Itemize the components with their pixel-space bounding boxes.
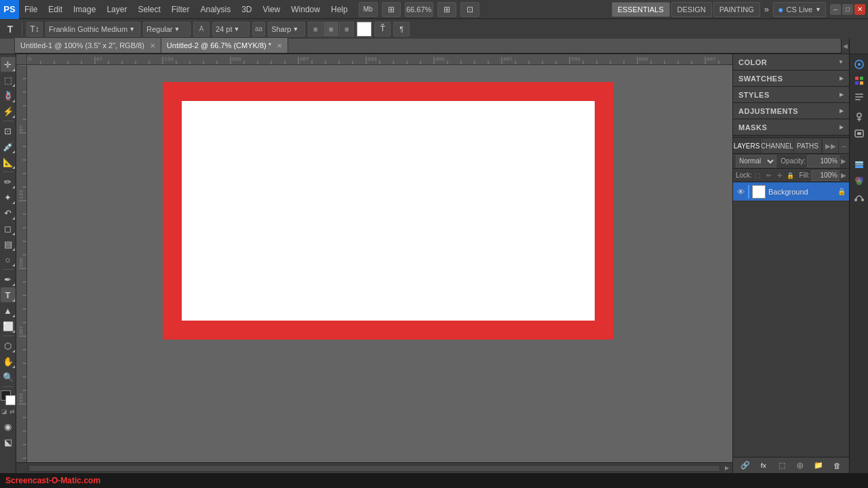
- menu-layer[interactable]: Layer: [101, 0, 132, 19]
- right-icon-adjustments[interactable]: [852, 110, 867, 125]
- align-center-btn[interactable]: ≡: [323, 22, 338, 37]
- styles-panel-header[interactable]: STYLES ▶: [733, 87, 849, 103]
- fill-expand-icon[interactable]: ▶: [841, 171, 846, 179]
- tool-ruler[interactable]: 📐: [1, 155, 16, 169]
- tool-eraser[interactable]: ◻: [1, 221, 16, 236]
- right-icon-paths[interactable]: [852, 190, 867, 205]
- text-orientation-btn[interactable]: T↕: [26, 22, 43, 37]
- menu-filter[interactable]: Filter: [166, 0, 195, 19]
- tab-untitled1-close[interactable]: ✕: [150, 42, 155, 49]
- tool-hand[interactable]: ✋: [1, 354, 16, 369]
- tab-untitled2[interactable]: Untitled-2 @ 66.7% (CMYK/8) * ✕: [161, 38, 288, 53]
- color-panel-header[interactable]: COLOR ▼: [733, 54, 849, 70]
- arrange-btn[interactable]: ⊞: [437, 2, 456, 17]
- right-icon-masks[interactable]: [852, 126, 867, 141]
- workspace-design[interactable]: DESIGN: [671, 2, 712, 17]
- tool-zoom[interactable]: 🔍: [1, 369, 16, 384]
- panel-minimize-btn[interactable]: –: [838, 139, 849, 153]
- warp-text-btn[interactable]: T̃: [374, 22, 391, 37]
- menu-analysis[interactable]: Analysis: [195, 0, 236, 19]
- menu-3d[interactable]: 3D: [236, 0, 257, 19]
- workspace-more[interactable]: »: [762, 4, 772, 14]
- workspace-painting[interactable]: PAINTING: [713, 2, 760, 17]
- menu-view[interactable]: View: [257, 0, 285, 19]
- character-panel-btn[interactable]: ¶: [393, 22, 410, 37]
- swap-colors-btn[interactable]: ⇄: [9, 408, 15, 415]
- tool-crop[interactable]: ⊡: [1, 123, 16, 138]
- scroll-right-btn[interactable]: ▶: [722, 463, 732, 474]
- tool-stamp[interactable]: ✦: [1, 190, 16, 205]
- toolbar-grid-btn[interactable]: ⊞: [382, 2, 401, 17]
- group-btn[interactable]: 📁: [812, 460, 825, 472]
- masks-panel-header[interactable]: MASKS ▶: [733, 119, 849, 136]
- adjustment-btn[interactable]: ◎: [794, 460, 806, 472]
- fx-btn[interactable]: fx: [757, 460, 770, 472]
- panel-options-btn[interactable]: ▶▶: [822, 139, 838, 153]
- tool-quickmask[interactable]: ◉: [1, 419, 16, 434]
- extra-btn[interactable]: ⊡: [460, 2, 479, 17]
- paths-tab[interactable]: PATHS: [794, 139, 822, 153]
- minimize-btn[interactable]: –: [830, 4, 841, 15]
- font-size-dropdown[interactable]: 24 pt ▼: [212, 22, 250, 37]
- tool-eyedropper[interactable]: 💉: [1, 139, 16, 154]
- antialias-dropdown[interactable]: Sharp ▼: [268, 22, 305, 37]
- delete-layer-btn[interactable]: 🗑: [831, 460, 843, 472]
- tool-gradient[interactable]: ▤: [1, 237, 16, 251]
- lock-paint-btn[interactable]: ✏: [764, 171, 774, 180]
- workspace-essentials[interactable]: ESSENTIALS: [612, 2, 670, 17]
- tool-shape[interactable]: ⬜: [1, 319, 16, 333]
- layers-tab[interactable]: LAYERS: [733, 139, 761, 153]
- color-swatches[interactable]: [1, 390, 16, 405]
- menu-edit[interactable]: Edit: [43, 0, 68, 19]
- menu-help[interactable]: Help: [326, 0, 353, 19]
- lock-transparent-btn[interactable]: ⬚: [753, 171, 763, 180]
- tool-lasso[interactable]: 🪢: [1, 88, 16, 103]
- canvas-viewport[interactable]: I: [27, 65, 732, 462]
- menu-window[interactable]: Window: [285, 0, 326, 19]
- menu-file[interactable]: File: [19, 0, 43, 19]
- tool-brush[interactable]: ✏: [1, 174, 16, 189]
- right-icon-swatches[interactable]: [852, 73, 867, 88]
- zoom-value[interactable]: 66.67%: [405, 2, 433, 17]
- cs-live-btn[interactable]: ● CS Live ▼: [773, 2, 826, 17]
- tool-pen[interactable]: ✒: [1, 272, 16, 287]
- tool-text[interactable]: T: [1, 287, 16, 302]
- align-left-btn[interactable]: ≡: [308, 22, 323, 37]
- tool-dodge[interactable]: ○: [1, 252, 16, 267]
- document-canvas[interactable]: [163, 82, 614, 340]
- swatches-panel-header[interactable]: SWATCHES ▶: [733, 70, 849, 87]
- tool-marquee[interactable]: ⬚: [1, 73, 16, 87]
- tab-untitled2-close[interactable]: ✕: [277, 42, 282, 49]
- tool-move[interactable]: ✛: [1, 57, 16, 72]
- adjustments-panel-header[interactable]: ADJUSTMENTS ▶: [733, 103, 849, 119]
- tool-3d[interactable]: ⬡: [1, 338, 16, 353]
- tool-path-select[interactable]: ▲: [1, 303, 16, 318]
- tool-quickselect[interactable]: ⚡: [1, 104, 16, 119]
- text-color-swatch[interactable]: [357, 22, 372, 37]
- mask-btn[interactable]: ⬚: [776, 460, 788, 472]
- default-colors-btn[interactable]: ◪: [1, 408, 7, 415]
- opacity-expand-icon[interactable]: ▶: [841, 157, 846, 165]
- lock-all-btn[interactable]: 🔒: [786, 171, 795, 180]
- font-family-dropdown[interactable]: Franklin Gothic Medium ▼: [45, 22, 140, 37]
- menu-select[interactable]: Select: [132, 0, 165, 19]
- link-layers-btn[interactable]: 🔗: [739, 460, 751, 472]
- maximize-btn[interactable]: □: [842, 4, 853, 15]
- align-right-btn[interactable]: ≡: [339, 22, 354, 37]
- tool-screenmode[interactable]: ⬕: [1, 434, 16, 449]
- font-style-dropdown[interactable]: Regular ▼: [143, 22, 191, 37]
- opacity-value[interactable]: 100%: [807, 155, 840, 167]
- fill-value[interactable]: 100%: [811, 170, 840, 181]
- close-btn[interactable]: ✕: [854, 4, 865, 15]
- tab-untitled1[interactable]: Untitled-1 @ 100% (3.5" x 2", RGB/8) ✕: [15, 38, 161, 53]
- panel-toggle-btn[interactable]: ◀: [841, 39, 849, 54]
- right-icon-channels[interactable]: [852, 174, 867, 188]
- lock-position-btn[interactable]: ✛: [775, 171, 785, 180]
- menu-image[interactable]: Image: [68, 0, 101, 19]
- right-icon-color[interactable]: [852, 57, 867, 72]
- layer-row-background[interactable]: 👁 Background 🔒: [733, 182, 849, 201]
- background-color[interactable]: [5, 395, 16, 405]
- layer-eye-background[interactable]: 👁: [736, 187, 745, 197]
- horizontal-scrollbar[interactable]: [28, 465, 720, 472]
- toolbar-mode-btn[interactable]: Mb: [359, 2, 378, 17]
